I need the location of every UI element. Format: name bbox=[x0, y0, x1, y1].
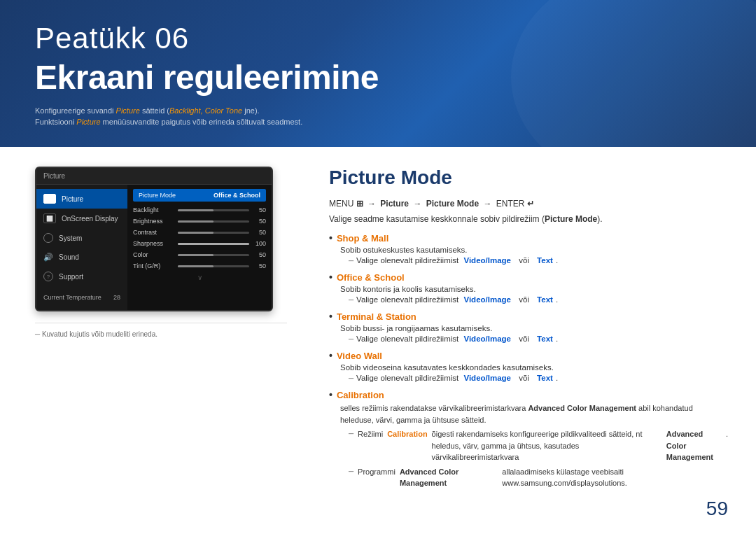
bullet-dot2: • bbox=[329, 272, 332, 283]
tv-main-area: Picture Mode Office & School Backlight 5… bbox=[127, 185, 272, 310]
color-val: 50 bbox=[252, 251, 266, 258]
backlight-bar[interactable] bbox=[178, 209, 249, 211]
tint-bar[interactable] bbox=[178, 265, 249, 267]
sidebar-item-onscreen[interactable]: ⬜ OnScreen Display bbox=[36, 209, 127, 228]
brightness-bar[interactable] bbox=[178, 220, 249, 223]
tint-val: 50 bbox=[252, 262, 266, 269]
tv-sidebar: ▣ Picture ⬜ OnScreen Display System 🔊 So… bbox=[36, 185, 127, 310]
bullet-title-office-school: • Office & School bbox=[329, 272, 728, 283]
calibration-body: selles režiimis rakendatakse värvikalibr… bbox=[340, 402, 728, 426]
video-wall-body: Sobib videoseina kasutavates keskkondade… bbox=[340, 363, 728, 372]
header-subtitle1: Konfigureerige suvandi Picture sätteid (… bbox=[35, 106, 721, 115]
sidebar-item-picture[interactable]: ▣ Picture bbox=[36, 189, 127, 209]
menu-path: MENU ⊞ → Picture → Picture Mode → ENTER … bbox=[329, 199, 728, 209]
page-title: Ekraani reguleerimine bbox=[35, 58, 721, 97]
color-label: Color bbox=[133, 251, 175, 258]
backlight-label: Backlight bbox=[133, 206, 175, 213]
contrast-bar[interactable] bbox=[178, 232, 249, 234]
color-bar[interactable] bbox=[178, 254, 249, 256]
left-panel: Picture ▣ Picture ⬜ OnScreen Display Sys… bbox=[0, 147, 308, 534]
sharpness-slider: Sharpness 100 bbox=[133, 238, 266, 249]
header-subtitle2: Funktsiooni Picture menüüsuvandite paigu… bbox=[35, 118, 721, 126]
temp-label: Current Temperature bbox=[43, 294, 102, 301]
bullet-dot5: • bbox=[329, 389, 332, 400]
tint-fill bbox=[178, 265, 214, 267]
gear-icon bbox=[43, 233, 53, 243]
contrast-fill bbox=[178, 232, 214, 234]
backlight-slider: Backlight 50 bbox=[133, 204, 266, 216]
tv-header-label: Picture bbox=[36, 168, 272, 185]
bullet-title-calibration: • Calibration bbox=[329, 389, 728, 400]
calibration-sub1: Režiimi Calibration õigesti rakendamisek… bbox=[349, 428, 728, 463]
bullet-shop-mall: • Shop & Mall Sobib ostukeskustes kasuta… bbox=[329, 232, 728, 265]
description-line: Valige seadme kasutamise keskkonnale sob… bbox=[329, 214, 728, 224]
body-area: Picture ▣ Picture ⬜ OnScreen Display Sys… bbox=[0, 147, 756, 534]
section-title: Picture Mode bbox=[329, 167, 728, 189]
tv-content: ▣ Picture ⬜ OnScreen Display System 🔊 So… bbox=[36, 185, 272, 310]
bullet-title-shop-mall: • Shop & Mall bbox=[329, 232, 728, 244]
right-panel: Picture Mode MENU ⊞ → Picture → Picture … bbox=[308, 147, 756, 534]
bullet-video-wall: • Video Wall Sobib videoseina kasutavate… bbox=[329, 350, 728, 382]
bullet-calibration: • Calibration selles režiimis rakendatak… bbox=[329, 389, 728, 489]
tv-mode-row[interactable]: Picture Mode Office & School bbox=[133, 189, 266, 202]
brightness-val: 50 bbox=[252, 218, 266, 225]
shop-mall-label: Shop & Mall bbox=[337, 233, 388, 244]
bullet-dot: • bbox=[329, 232, 332, 244]
calibration-sub2: Programmi Advanced Color Management alla… bbox=[349, 466, 728, 489]
office-school-body: Sobib kontoris ja koolis kasutamiseks. bbox=[340, 285, 728, 293]
display-icon: ⬜ bbox=[43, 213, 56, 223]
sidebar-label-support: Support bbox=[59, 273, 83, 281]
backlight-fill bbox=[178, 209, 214, 211]
header-banner: Peatükk 06 Ekraani reguleerimine Konfigu… bbox=[0, 0, 756, 147]
sidebar-item-system[interactable]: System bbox=[36, 228, 127, 248]
page-number: 59 bbox=[706, 498, 728, 520]
brightness-slider: Brightness 50 bbox=[133, 216, 266, 227]
chevron-down-icon: ∨ bbox=[133, 272, 266, 283]
contrast-slider: Contrast 50 bbox=[133, 227, 266, 238]
brightness-fill bbox=[178, 220, 214, 223]
terminal-station-sub: Valige olenevalt pildirežiimist Video/Im… bbox=[349, 335, 728, 343]
tv-temperature: Current Temperature 28 bbox=[36, 289, 127, 306]
bullet-title-terminal: • Terminal & Station bbox=[329, 311, 728, 322]
tv-note: Kuvatud kujutis võib mudeliti erineda. bbox=[35, 323, 287, 338]
sharpness-label: Sharpness bbox=[133, 240, 175, 247]
mode-value: Office & School bbox=[214, 192, 260, 199]
sidebar-label-onscreen: OnScreen Display bbox=[62, 215, 118, 223]
sidebar-label-picture: Picture bbox=[62, 195, 83, 203]
bullet-office-school: • Office & School Sobib kontoris ja kool… bbox=[329, 272, 728, 304]
sidebar-item-support[interactable]: ? Support bbox=[36, 267, 127, 286]
contrast-val: 50 bbox=[252, 229, 266, 236]
terminal-station-body: Sobib bussi- ja rongijaamas kasutamiseks… bbox=[340, 324, 728, 332]
office-school-label: Office & School bbox=[337, 272, 405, 283]
brightness-label: Brightness bbox=[133, 218, 175, 225]
mode-label: Picture Mode bbox=[139, 192, 176, 199]
shop-mall-sub: Valige olenevalt pildirežiimist Video/Im… bbox=[349, 256, 728, 265]
speaker-icon: 🔊 bbox=[43, 253, 53, 262]
office-school-sub: Valige olenevalt pildirežiimist Video/Im… bbox=[349, 295, 728, 304]
bullet-dot3: • bbox=[329, 311, 332, 322]
tint-slider: Tint (G/R) 50 bbox=[133, 260, 266, 272]
terminal-station-label: Terminal & Station bbox=[337, 311, 416, 322]
sidebar-label-sound: Sound bbox=[59, 253, 79, 261]
picture-icon: ▣ bbox=[43, 194, 56, 204]
help-icon: ? bbox=[43, 272, 53, 281]
bullet-terminal-station: • Terminal & Station Sobib bussi- ja ron… bbox=[329, 311, 728, 343]
bullet-dot4: • bbox=[329, 350, 332, 361]
sharpness-val: 100 bbox=[252, 240, 266, 247]
sidebar-item-sound[interactable]: 🔊 Sound bbox=[36, 248, 127, 267]
sidebar-label-system: System bbox=[59, 234, 82, 242]
video-wall-label: Video Wall bbox=[337, 351, 382, 361]
tint-label: Tint (G/R) bbox=[133, 262, 175, 269]
bullet-title-video-wall: • Video Wall bbox=[329, 350, 728, 361]
sharpness-fill bbox=[178, 243, 249, 245]
chapter-label: Peatükk 06 bbox=[35, 22, 721, 55]
tv-mockup: Picture ▣ Picture ⬜ OnScreen Display Sys… bbox=[35, 167, 273, 311]
color-fill bbox=[178, 254, 214, 256]
calibration-label: Calibration bbox=[337, 390, 384, 400]
sharpness-bar[interactable] bbox=[178, 243, 249, 245]
contrast-label: Contrast bbox=[133, 229, 175, 236]
color-slider: Color 50 bbox=[133, 249, 266, 260]
backlight-val: 50 bbox=[252, 206, 266, 213]
temp-value: 28 bbox=[113, 294, 120, 301]
shop-mall-body: Sobib ostukeskustes kasutamiseks. bbox=[340, 246, 728, 254]
